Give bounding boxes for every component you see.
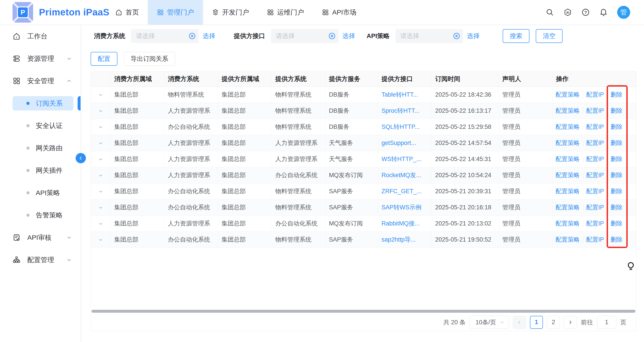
- provider-api-link[interactable]: SQL转HTTP...: [382, 124, 420, 130]
- api-policy-select[interactable]: 请选择: [396, 29, 463, 43]
- delete-link[interactable]: 删除: [610, 155, 622, 163]
- configure-ip-link[interactable]: 配置IP: [586, 171, 604, 179]
- help-icon[interactable]: ?: [581, 8, 590, 16]
- provider-api-select[interactable]: 请选择: [271, 29, 338, 43]
- configure-policy-link[interactable]: 配置策略: [556, 123, 580, 131]
- configure-policy-link[interactable]: 配置策略: [556, 171, 580, 179]
- search-icon[interactable]: [546, 8, 554, 16]
- configure-policy-link[interactable]: 配置策略: [556, 107, 580, 115]
- configure-ip-link[interactable]: 配置IP: [586, 123, 604, 131]
- notification-bell-icon[interactable]: [599, 8, 608, 16]
- nav-item-dev-portal[interactable]: 开发门户: [203, 0, 258, 24]
- delete-link[interactable]: 删除: [610, 171, 622, 179]
- ai-assistant-icon[interactable]: AI: [564, 8, 572, 16]
- lightbulb-tip-icon[interactable]: [626, 261, 636, 272]
- choose-link[interactable]: 选择: [203, 32, 215, 40]
- clear-button[interactable]: 清空: [536, 29, 562, 43]
- sidebar-item-alert-policy[interactable]: 告警策略: [0, 204, 80, 226]
- page-button-1[interactable]: 1: [530, 316, 543, 329]
- configure-ip-link[interactable]: 配置IP: [586, 155, 604, 163]
- configure-policy-link[interactable]: 配置策略: [556, 139, 580, 147]
- configure-policy-link[interactable]: 配置策略: [556, 203, 580, 211]
- configure-ip-link[interactable]: 配置IP: [586, 220, 604, 228]
- page-button-2[interactable]: 2: [547, 316, 560, 329]
- choose-link[interactable]: 选择: [342, 32, 355, 40]
- configure-policy-link[interactable]: 配置策略: [556, 155, 580, 163]
- row-expand-toggle[interactable]: [91, 199, 110, 216]
- row-expand-toggle[interactable]: [91, 119, 110, 135]
- table-panel: 消费方所属域 消费方系统 提供方所属域 提供方系统 提供方服务 提供方接口 订阅…: [90, 71, 636, 331]
- clear-icon[interactable]: [328, 32, 336, 40]
- provider-api-link[interactable]: WS转HTTP_...: [382, 156, 422, 162]
- delete-link[interactable]: 删除: [610, 187, 622, 195]
- selected-pill: 订阅关系: [12, 96, 73, 110]
- provider-api-link[interactable]: getSupport...: [382, 140, 416, 146]
- sidebar-item-workbench[interactable]: 工作台: [0, 25, 80, 48]
- prev-page-button[interactable]: [513, 316, 526, 329]
- sidebar-item-security-auth[interactable]: 安全认证: [0, 114, 80, 137]
- sidebar-item-gateway-route[interactable]: 网关路由: [0, 137, 80, 159]
- sidebar-item-gateway-plugin[interactable]: 网关插件: [0, 159, 80, 182]
- row-expand-toggle[interactable]: [91, 216, 110, 232]
- sidebar-item-security-mgmt[interactable]: 安全管理: [0, 70, 80, 92]
- provider-api-link[interactable]: Table转HTT...: [382, 91, 418, 98]
- provider-api-link[interactable]: Sproc转HTT...: [382, 107, 420, 114]
- row-expand-toggle[interactable]: [91, 167, 110, 183]
- horizontal-scrollbar[interactable]: [92, 310, 636, 313]
- next-page-button[interactable]: [564, 316, 577, 329]
- configure-button[interactable]: 配置: [90, 52, 118, 66]
- nav-item-ops-portal[interactable]: 运维门户: [258, 0, 313, 24]
- clear-icon[interactable]: [188, 32, 196, 40]
- nav-item-admin-portal[interactable]: 管理门户: [148, 0, 203, 24]
- cell-provider-system: 物料管理系统: [272, 86, 325, 103]
- row-expand-toggle[interactable]: [91, 135, 110, 151]
- nav-item-api-market[interactable]: API市场: [313, 0, 365, 24]
- sidebar-collapse-button[interactable]: [76, 153, 86, 163]
- sidebar-item-api-review[interactable]: API审核: [0, 226, 80, 249]
- search-button[interactable]: 搜索: [503, 29, 530, 43]
- row-expand-toggle[interactable]: [91, 103, 110, 119]
- cell-provider-service: MQ发布订阅: [325, 167, 378, 183]
- nav-item-home[interactable]: 首页: [106, 0, 148, 24]
- configure-policy-link[interactable]: 配置策略: [556, 90, 580, 99]
- sidebar-item-subscription-relations[interactable]: 订阅关系: [0, 92, 80, 114]
- configure-ip-link[interactable]: 配置IP: [586, 90, 604, 99]
- configure-ip-link[interactable]: 配置IP: [586, 203, 604, 211]
- user-avatar[interactable]: 管: [617, 6, 630, 19]
- clear-icon[interactable]: [453, 32, 460, 40]
- delete-link[interactable]: 删除: [610, 220, 622, 228]
- configure-ip-link[interactable]: 配置IP: [586, 139, 604, 147]
- row-expand-toggle[interactable]: [91, 86, 110, 103]
- goto-page-input[interactable]: [597, 316, 616, 329]
- provider-api-link[interactable]: RabbitMQ接...: [382, 220, 420, 227]
- page-size-select[interactable]: 10条/页: [470, 316, 509, 329]
- row-expand-toggle[interactable]: [91, 232, 110, 248]
- provider-api-link[interactable]: sap2http导...: [382, 236, 416, 243]
- sidebar-item-api-policy[interactable]: API策略: [0, 182, 80, 204]
- provider-api-link[interactable]: SAP转WS示例: [382, 204, 422, 211]
- delete-link[interactable]: 删除: [610, 107, 622, 115]
- delete-link[interactable]: 删除: [610, 236, 622, 244]
- delete-link[interactable]: 删除: [610, 139, 622, 147]
- choose-link[interactable]: 选择: [467, 32, 480, 40]
- configure-ip-link[interactable]: 配置IP: [586, 187, 604, 195]
- delete-link[interactable]: 删除: [610, 90, 622, 99]
- configure-policy-link[interactable]: 配置策略: [556, 220, 580, 228]
- sidebar-item-resource-mgmt[interactable]: 资源管理: [0, 48, 80, 70]
- provider-api-link[interactable]: RocketMQ发...: [382, 172, 421, 178]
- provider-api-link[interactable]: ZRFC_GET_...: [382, 188, 422, 194]
- delete-link[interactable]: 删除: [610, 123, 622, 131]
- delete-link[interactable]: 删除: [610, 203, 622, 211]
- row-expand-toggle[interactable]: [91, 151, 110, 167]
- cell-provider-api: RabbitMQ接...: [378, 216, 432, 232]
- consumer-system-select[interactable]: 请选择: [131, 29, 199, 43]
- cell-declarer: 管理员: [498, 167, 552, 183]
- configure-policy-link[interactable]: 配置策略: [556, 236, 580, 244]
- export-subscriptions-button[interactable]: 导出订阅关系: [124, 52, 175, 66]
- configure-ip-link[interactable]: 配置IP: [586, 107, 604, 115]
- configure-policy-link[interactable]: 配置策略: [556, 187, 580, 195]
- configure-ip-link[interactable]: 配置IP: [586, 236, 604, 244]
- sidebar-item-config-mgmt[interactable]: 配置管理: [0, 249, 80, 271]
- row-expand-toggle[interactable]: [91, 183, 110, 199]
- page-size-value: 10条/页: [476, 318, 496, 326]
